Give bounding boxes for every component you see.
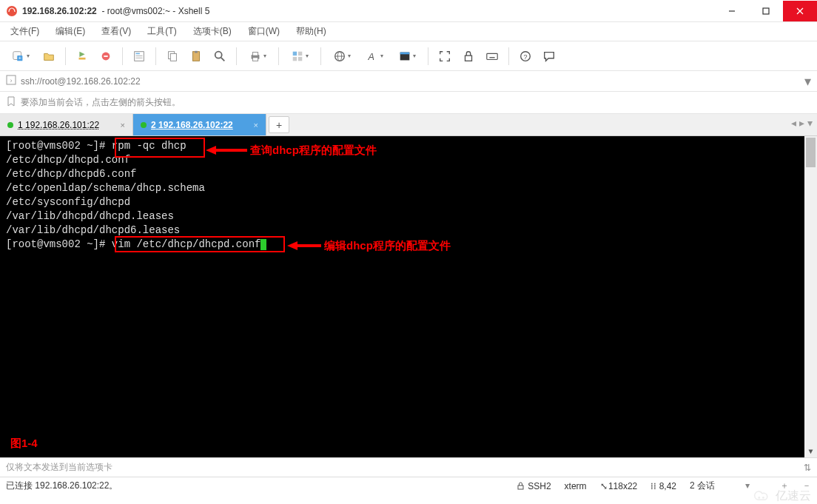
close-button[interactable] [783, 1, 817, 21]
status-term: xterm [565, 481, 587, 491]
svg-point-51 [762, 497, 764, 499]
svg-text:+: + [19, 54, 21, 61]
menu-window[interactable]: 窗口(W) [245, 24, 283, 39]
menu-help[interactable]: 帮助(H) [293, 24, 329, 39]
encoding-button[interactable]: ▾ [327, 46, 357, 67]
svg-rect-16 [170, 53, 176, 61]
keyboard-button[interactable] [482, 46, 502, 67]
properties-button[interactable] [129, 46, 149, 67]
copy-button[interactable] [162, 46, 183, 67]
maximize-button[interactable] [749, 1, 783, 21]
svg-rect-17 [193, 51, 200, 61]
svg-rect-2 [763, 8, 769, 14]
svg-rect-22 [252, 52, 258, 56]
tab-close-icon[interactable]: × [254, 121, 258, 130]
svg-point-19 [215, 51, 222, 58]
layout-button[interactable]: ▾ [285, 46, 315, 67]
color-scheme-button[interactable]: ▾ [392, 46, 422, 67]
terminal-content: [root@vms002 ~]# rpm -qc dhcp /etc/dhcp/… [0, 136, 817, 255]
status-size: ⤡ 118x22 [600, 481, 638, 491]
svg-text:›: › [10, 77, 13, 84]
status-ssh: SSH2 [517, 481, 551, 491]
bookmark-icon[interactable] [6, 96, 16, 109]
terminal-cmd-2: vim /etc/dhcp/dhcpd.conf [112, 238, 261, 250]
separator [65, 47, 66, 65]
addressbar: › ssh://root@192.168.26.102:22 ▾ [0, 71, 817, 92]
reconnect-button[interactable] [72, 46, 93, 67]
svg-rect-8 [79, 57, 86, 59]
print-button[interactable]: ▾ [243, 46, 272, 67]
help-button[interactable]: ? [515, 46, 536, 67]
send-dropdown-icon[interactable]: ⇅ [804, 463, 811, 473]
window-title: 192.168.26.102:22 - root@vms002:~ - Xshe… [22, 6, 209, 16]
tab-list-button[interactable]: ▾ [807, 117, 813, 129]
send-bar[interactable]: 仅将文本发送到当前选项卡 ⇅ [0, 457, 817, 477]
terminal-cmd-1: rpm -qc dhcp [112, 140, 186, 152]
separator [155, 47, 156, 65]
tabstrip: 1 192.168.26.101:22 × 2 192.168.26.102:2… [0, 114, 817, 136]
svg-rect-25 [298, 51, 302, 55]
session-tab-2[interactable]: 2 192.168.26.102:22 × [133, 114, 266, 135]
terminal-output-line: /var/lib/dhcpd/dhcpd.leases [6, 210, 174, 222]
menu-file[interactable]: 文件(F) [7, 24, 42, 39]
svg-line-20 [221, 57, 225, 61]
separator [320, 47, 321, 65]
tab-nav: ◂ ▸ ▾ [791, 117, 813, 129]
new-session-button[interactable]: +▾ [6, 46, 36, 67]
status-sessions: 2 会话 [690, 480, 715, 492]
session-tab-1[interactable]: 1 192.168.26.101:22 × [0, 114, 133, 135]
svg-rect-34 [465, 56, 472, 61]
toolbar: +▾ ▾ ▾ ▾ A▾ ▾ ? [0, 41, 817, 71]
lock-button[interactable] [458, 46, 479, 67]
add-tab-button[interactable]: + [269, 116, 289, 133]
infobar-hint: 要添加当前会话，点击左侧的箭头按钮。 [21, 96, 181, 109]
scroll-down-icon[interactable]: ▼ [804, 445, 817, 457]
svg-rect-49 [518, 485, 523, 489]
tab-prev-button[interactable]: ◂ [791, 117, 796, 129]
svg-point-0 [7, 6, 17, 16]
font-button[interactable]: A▾ [360, 46, 389, 67]
address-url[interactable]: ssh://root@192.168.26.102:22 [21, 76, 811, 87]
send-hint: 仅将文本发送到当前选项卡 [6, 461, 112, 474]
terminal-output-line: /etc/dhcp/dhcpd6.conf [6, 168, 136, 180]
tab-next-button[interactable]: ▸ [799, 117, 804, 129]
separator [278, 47, 279, 65]
svg-rect-10 [104, 56, 107, 57]
menu-edit[interactable]: 编辑(E) [53, 24, 88, 39]
svg-rect-35 [487, 53, 497, 59]
terminal-output-line: /etc/dhcp/dhcpd.conf [6, 154, 130, 166]
status-pos: ⁞⁞ 8,42 [650, 481, 676, 491]
menu-view[interactable]: 查看(V) [98, 24, 134, 39]
menu-tools[interactable]: 工具(T) [144, 24, 179, 39]
svg-rect-14 [136, 57, 143, 58]
minimize-button[interactable] [715, 1, 749, 21]
status-more-icon[interactable]: ▸ [743, 484, 753, 488]
address-add-button[interactable]: ▾ [804, 73, 811, 90]
titlebar: 192.168.26.102:22 - root@vms002:~ - Xshe… [0, 0, 817, 22]
statusbar: 已连接 192.168.26.102:22。 SSH2 xterm ⤡ 118x… [0, 477, 817, 494]
disconnect-button[interactable] [95, 46, 116, 67]
tab-close-icon[interactable]: × [121, 121, 125, 130]
scrollbar-thumb[interactable] [806, 138, 816, 167]
window-buttons [715, 1, 817, 21]
terminal-cursor [260, 239, 266, 250]
separator [428, 47, 428, 65]
status-connected: 已连接 192.168.26.102:22。 [6, 480, 118, 492]
svg-rect-26 [293, 56, 297, 60]
menu-tabs[interactable]: 选项卡(B) [190, 24, 235, 39]
find-button[interactable] [209, 46, 230, 67]
feedback-button[interactable] [539, 46, 559, 67]
separator [236, 47, 237, 65]
app-icon [6, 5, 18, 17]
terminal-output-line: /var/lib/dhcpd/dhcpd6.leases [6, 224, 180, 236]
fullscreen-button[interactable] [434, 46, 455, 67]
address-icon: › [6, 75, 16, 87]
status-dot-icon [141, 122, 147, 128]
terminal-output-line: /etc/openldap/schema/dhcp.schema [6, 182, 205, 194]
terminal-scrollbar[interactable]: ▲ ▼ [804, 136, 817, 457]
paste-button[interactable] [186, 46, 206, 67]
open-session-button[interactable] [38, 46, 59, 67]
svg-rect-18 [195, 50, 198, 53]
terminal[interactable]: [root@vms002 ~]# rpm -qc dhcp /etc/dhcp/… [0, 136, 817, 457]
svg-text:A: A [368, 51, 374, 61]
